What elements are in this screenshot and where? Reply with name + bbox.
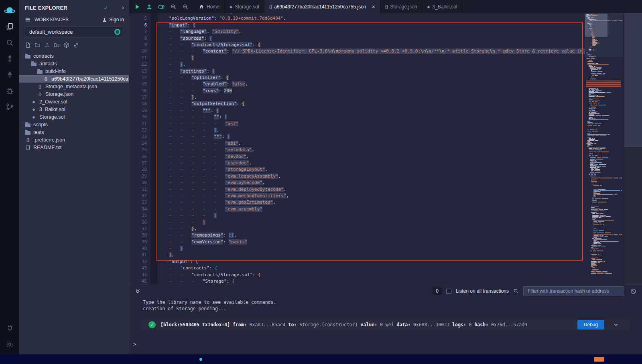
code-line[interactable]: →→"remappings": [], (158, 233, 585, 239)
code-line[interactable]: →→"optimizer": { (158, 75, 585, 81)
code-line[interactable]: →→→"enabled": false, (158, 81, 585, 88)
cube-icon[interactable] (63, 42, 69, 48)
toggle-icon[interactable] (158, 4, 165, 10)
code-line[interactable]: →"sources": { (158, 36, 585, 42)
debug-button[interactable]: Debug (577, 320, 604, 330)
scrollbar-thumb[interactable] (624, 13, 642, 147)
tab-storage-json[interactable]: { }Storage.json (380, 0, 423, 13)
code-line[interactable]: →→→→→"abi", (158, 141, 585, 147)
code-line[interactable]: →"contracts": { (158, 265, 585, 272)
tree-item[interactable]: contracts (19, 52, 129, 60)
code-viewport[interactable]: "solcVersion": "0.8.19","solcLongVersion… (158, 13, 585, 285)
tree-item[interactable]: { }Storage.json (19, 90, 129, 98)
debugger-icon[interactable] (3, 84, 16, 97)
tree-item[interactable]: ◆Storage.sol (19, 113, 129, 121)
code-line[interactable]: →→→→→"userdoc", (158, 160, 585, 167)
workspace-select[interactable]: default_workspace (25, 26, 124, 37)
tab-storage-sol[interactable]: ◆Storage.sol (225, 0, 264, 13)
collapse-terminal-icon[interactable] (135, 288, 140, 294)
code-line[interactable]: →→→→] (158, 213, 585, 219)
zoom-in-icon[interactable] (182, 4, 189, 10)
code-line[interactable]: →→→→"*": [ (158, 134, 585, 140)
settings-icon[interactable] (3, 338, 16, 350)
plugin-manager-icon[interactable] (3, 322, 16, 334)
code-line[interactable]: →→→→→"devdoc", (158, 154, 585, 160)
clear-console-icon[interactable] (630, 288, 636, 294)
sign-in-button[interactable]: Sign in (102, 17, 124, 22)
success-check-icon: ✓ (148, 321, 156, 328)
tree-item[interactable]: artifacts (19, 60, 129, 67)
code-line[interactable]: →→"contracts/Storage.sol": { (158, 272, 585, 279)
code-line[interactable]: →→"contracts/Storage.sol": { (158, 42, 585, 49)
tree-item[interactable]: README.txt (19, 144, 129, 151)
folder-icon (24, 122, 31, 127)
listen-checkbox[interactable] (446, 289, 451, 294)
chevron-right-icon[interactable]: › (122, 4, 124, 11)
code-line[interactable]: →"settings": { (158, 69, 585, 75)
code-line[interactable]: →→→→→"evm.methodIdentifiers", (158, 193, 585, 200)
create-file-icon[interactable] (25, 42, 31, 48)
code-line[interactable]: →→} (158, 55, 585, 62)
code-line[interactable]: "solcLongVersion": "0.8.19+commit.7dd6d4… (158, 16, 585, 22)
code-line[interactable]: →"language": "Solidity", (158, 29, 585, 35)
terminal-prompt[interactable]: > (133, 341, 136, 347)
code-line[interactable]: →→→"*": { (158, 108, 585, 114)
code-line[interactable]: →→→→], (158, 127, 585, 134)
create-folder-icon[interactable] (35, 42, 41, 48)
tree-item[interactable]: tests (19, 128, 129, 136)
code-line[interactable]: →}, (158, 62, 585, 68)
tab-a69b43f277ba20fcac141151250ca755-json[interactable]: { }a69b43f277ba20fcac141151250ca755.json… (264, 0, 380, 13)
solidity-compiler-icon[interactable] (3, 52, 16, 65)
expand-transaction-icon[interactable] (613, 322, 619, 328)
code-line[interactable]: →→}, (158, 95, 585, 101)
code-line[interactable]: →→→→→"evm.bytecode", (158, 180, 585, 186)
deploy-and-run-icon[interactable] (3, 68, 16, 81)
code-line[interactable]: "output": { (158, 259, 585, 265)
tree-item[interactable]: scripts (19, 121, 129, 128)
run-icon[interactable] (134, 4, 140, 10)
code-line[interactable]: "input": { (158, 22, 585, 29)
code-line[interactable]: →→"outputSelection": { (158, 101, 585, 107)
upload-folder-icon[interactable] (54, 42, 60, 48)
link-icon[interactable] (73, 42, 79, 48)
code-line[interactable]: →→}, (158, 226, 585, 233)
code-editor[interactable]: 4567891011121314151617181920212223242526… (129, 13, 642, 285)
code-line[interactable]: →→→→→"evm.legacyAssembly", (158, 174, 585, 180)
tree-item[interactable]: { }.prettierrc.json (19, 136, 129, 144)
tree-item[interactable]: ◆3_Ballot.sol (19, 105, 129, 113)
code-line[interactable]: →→→→→"evm.assembly" (158, 206, 585, 213)
code-line[interactable]: →→→"runs": 200 (158, 88, 585, 95)
tree-item[interactable]: { }Storage_metadata.json (19, 83, 129, 90)
search-icon[interactable] (3, 36, 16, 49)
code-line[interactable]: }, (158, 252, 585, 259)
code-line[interactable]: →→→"content": "// SPDX-License-Identifie… (158, 49, 585, 55)
transaction-row[interactable]: ✓ [block:5583405 txIndex:4] from: 0xa03.… (141, 319, 630, 331)
code-line[interactable]: →→→} (158, 220, 585, 226)
tab-home[interactable]: Home (194, 0, 225, 13)
code-line[interactable]: →→"evmVersion": "paris" (158, 239, 585, 246)
minimap[interactable] (585, 13, 623, 285)
code-line[interactable]: →→→→→"evm.gasEstimates", (158, 200, 585, 206)
editor-scrollbar[interactable] (624, 13, 642, 285)
code-line[interactable]: →→→→→"evm.deployedBytecode", (158, 187, 585, 193)
transaction-filter-input[interactable] (523, 286, 624, 296)
tab-3-ballot-sol[interactable]: ◆3_Ballot.sol (423, 0, 463, 13)
tree-item[interactable]: build-info (19, 67, 129, 75)
upload-file-icon[interactable] (44, 42, 50, 48)
tab-close-icon[interactable]: × (372, 4, 375, 10)
user-icon[interactable] (146, 4, 152, 10)
code-line[interactable]: →→→→→"storageLayout", (158, 167, 585, 173)
code-line[interactable]: →→→→"": [ (158, 114, 585, 121)
code-line[interactable]: →→→"Storage": { (158, 279, 585, 285)
tree-item-label: Storage.json (45, 91, 73, 97)
file-explorer-icon[interactable] (3, 20, 16, 33)
listen-label[interactable]: Listen on all transactions (456, 288, 509, 294)
code-line[interactable]: →→→→→"metadata", (158, 147, 585, 154)
code-line[interactable]: →→→→→"ast" (158, 121, 585, 127)
tree-item[interactable]: ◆2_Owner.sol (19, 98, 129, 105)
tree-item[interactable]: { }a69b43f277ba20fcac141151250ca7... (19, 75, 129, 83)
code-line[interactable]: →} (158, 246, 585, 252)
workspaces-menu-icon[interactable] (25, 17, 30, 22)
zoom-out-icon[interactable] (170, 4, 177, 10)
source-control-icon[interactable] (3, 100, 16, 113)
